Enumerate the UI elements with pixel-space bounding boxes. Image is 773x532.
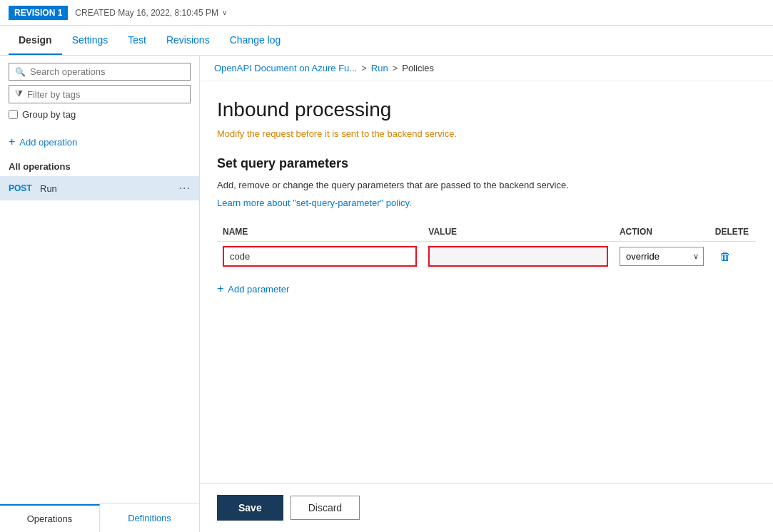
filter-input[interactable]: [27, 89, 184, 100]
filter-box[interactable]: [9, 85, 191, 103]
breadcrumb-link-api[interactable]: OpenAPI Document on Azure Fu...: [214, 63, 357, 73]
col-header-action: ACTION: [614, 222, 709, 242]
group-by-tag-checkbox[interactable]: [9, 110, 18, 119]
page-title: Inbound processing: [217, 98, 756, 121]
filter-icon: [15, 88, 23, 100]
breadcrumb-sep-2: >: [393, 63, 398, 73]
operation-more-icon[interactable]: ···: [179, 182, 191, 195]
learn-more-link[interactable]: Learn more about "set-query-parameter" p…: [217, 198, 756, 208]
col-header-name: NAME: [217, 222, 423, 242]
tab-test[interactable]: Test: [118, 26, 156, 55]
breadcrumb-link-run[interactable]: Run: [371, 63, 388, 73]
param-action-select-wrap: override append delete ∨: [620, 247, 704, 266]
col-header-value: VALUE: [423, 222, 614, 242]
action-bar: Save Discard: [200, 483, 773, 532]
top-bar: REVISION 1 CREATED May 16, 2022, 8:10:45…: [0, 0, 773, 26]
bottom-tab-operations[interactable]: Operations: [0, 504, 100, 532]
inbound-subtitle: Modify the request before it is sent to …: [217, 128, 756, 139]
col-header-delete: DELETE: [709, 222, 756, 242]
search-icon: [15, 66, 26, 77]
param-action-select[interactable]: override append delete: [620, 247, 689, 265]
created-text: CREATED May 16, 2022, 8:10:45 PM ∨: [75, 8, 227, 18]
bottom-tabs: Operations Definitions: [0, 503, 199, 532]
group-by-tag-label[interactable]: Group by tag: [9, 108, 191, 121]
breadcrumb-current: Policies: [402, 63, 434, 73]
param-name-cell: [217, 242, 423, 272]
operation-name: Run: [40, 183, 179, 194]
revision-dropdown-icon[interactable]: ∨: [222, 9, 227, 16]
param-value-input[interactable]: [428, 246, 608, 267]
param-value-cell: [423, 242, 614, 272]
add-param-plus-icon: +: [217, 282, 223, 295]
param-table: NAME VALUE ACTION DELETE: [217, 222, 756, 271]
operation-method: POST: [9, 183, 34, 193]
nav-tabs: Design Settings Test Revisions Change lo…: [0, 26, 773, 56]
section-title: Set query parameters: [217, 156, 756, 171]
revision-badge: REVISION 1: [9, 6, 68, 20]
discard-button[interactable]: Discard: [290, 496, 360, 520]
sidebar: Group by tag + Add operation All operati…: [0, 56, 200, 532]
breadcrumb-sep-1: >: [361, 63, 367, 73]
content-scroll: Inbound processing Modify the request be…: [200, 81, 773, 483]
bottom-tab-definitions[interactable]: Definitions: [100, 504, 199, 532]
param-delete-cell: 🗑: [709, 242, 756, 272]
section-description: Add, remove or change the query paramete…: [217, 180, 756, 190]
content-area: OpenAPI Document on Azure Fu... > Run > …: [200, 56, 773, 532]
select-chevron-icon: ∨: [689, 252, 703, 261]
main-layout: Group by tag + Add operation All operati…: [0, 56, 773, 532]
search-input[interactable]: [30, 66, 184, 77]
tab-settings[interactable]: Settings: [62, 26, 118, 55]
breadcrumb: OpenAPI Document on Azure Fu... > Run > …: [200, 56, 773, 81]
table-row: override append delete ∨ 🗑: [217, 242, 756, 272]
plus-icon: +: [9, 135, 15, 148]
sidebar-top: Group by tag: [0, 56, 199, 128]
tab-design[interactable]: Design: [9, 26, 62, 55]
add-operation-button[interactable]: + Add operation: [0, 128, 199, 155]
all-operations-label: All operations: [0, 155, 199, 176]
save-button[interactable]: Save: [217, 495, 283, 521]
tab-changelog[interactable]: Change log: [220, 26, 291, 55]
tab-revisions[interactable]: Revisions: [156, 26, 220, 55]
param-name-input[interactable]: [223, 246, 417, 267]
param-delete-button[interactable]: 🗑: [715, 247, 735, 266]
add-parameter-button[interactable]: + Add parameter: [217, 280, 756, 298]
param-action-cell: override append delete ∨: [614, 242, 709, 272]
operation-row[interactable]: POST Run ···: [0, 176, 199, 200]
search-box[interactable]: [9, 63, 191, 81]
